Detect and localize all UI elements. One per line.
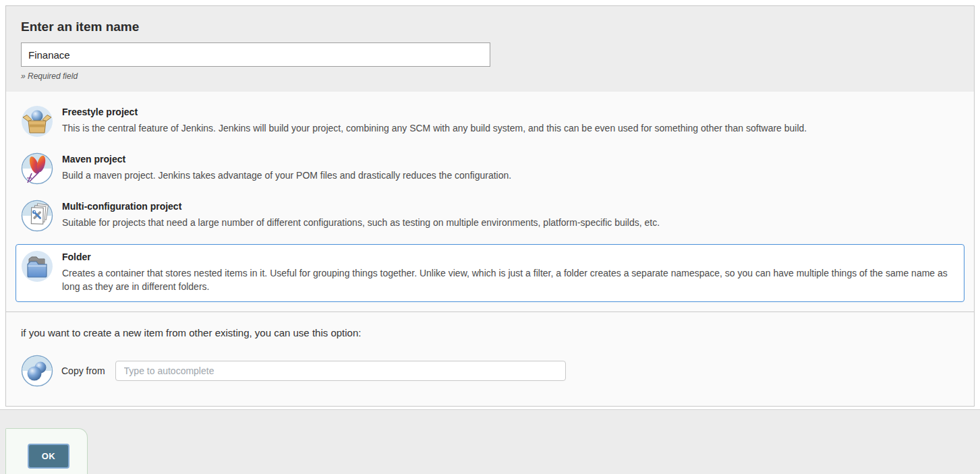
copy-from-icon xyxy=(21,355,53,387)
item-description: Suitable for projects that need a large … xyxy=(62,216,672,230)
bottom-bar: OK xyxy=(0,409,980,474)
copy-from-section: if you want to create a new item from ot… xyxy=(6,312,974,406)
item-title: Freestyle project xyxy=(62,107,819,117)
item-option-folder[interactable]: Folder Creates a container that stores n… xyxy=(16,244,964,302)
item-option-multi-configuration[interactable]: Multi-configuration project Suitable for… xyxy=(6,197,974,239)
ok-button[interactable]: OK xyxy=(28,444,69,469)
item-type-list: Freestyle project This is the central fe… xyxy=(6,92,974,312)
item-text: Maven project Build a maven project. Jen… xyxy=(62,152,523,183)
item-description: Build a maven project. Jenkins takes adv… xyxy=(62,169,523,183)
new-item-form: Enter an item name » Required field xyxy=(5,5,975,407)
item-name-section: Enter an item name » Required field xyxy=(6,6,974,92)
item-description: Creates a container that stores nested i… xyxy=(62,267,964,293)
copy-from-hint: if you want to create a new item from ot… xyxy=(21,327,959,338)
folder-icon xyxy=(21,250,53,283)
item-title: Multi-configuration project xyxy=(62,201,672,212)
copy-from-label: Copy from xyxy=(61,365,105,376)
required-field-note: » Required field xyxy=(21,71,959,81)
copy-from-row: Copy from xyxy=(21,355,959,387)
item-title: Folder xyxy=(62,251,964,262)
item-description: This is the central feature of Jenkins. … xyxy=(62,122,819,136)
item-name-input[interactable] xyxy=(21,42,490,67)
maven-project-icon xyxy=(21,152,53,185)
item-text: Multi-configuration project Suitable for… xyxy=(62,200,672,230)
item-title: Maven project xyxy=(62,154,523,165)
item-text: Freestyle project This is the central fe… xyxy=(62,105,819,136)
freestyle-project-icon xyxy=(21,105,53,138)
multi-config-project-icon xyxy=(21,200,53,232)
copy-from-autocomplete-input[interactable] xyxy=(115,361,566,381)
bottom-sticker: OK xyxy=(5,428,88,474)
item-text: Folder Creates a container that stores n… xyxy=(62,250,964,293)
item-option-freestyle[interactable]: Freestyle project This is the central fe… xyxy=(6,102,974,144)
item-option-maven[interactable]: Maven project Build a maven project. Jen… xyxy=(6,150,974,191)
page-title: Enter an item name xyxy=(21,20,959,34)
